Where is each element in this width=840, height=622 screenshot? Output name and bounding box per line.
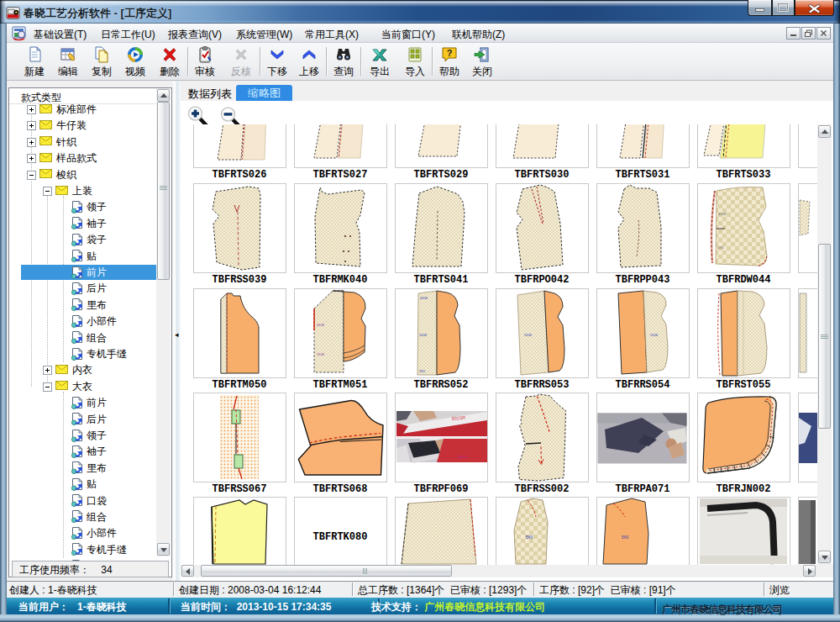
- svg-text:轻工人: 轻工人: [458, 455, 469, 459]
- svg-text:?: ?: [447, 48, 453, 58]
- svg-text:5X08: 5X08: [419, 334, 427, 337]
- svg-text:4X08: 4X08: [420, 297, 428, 300]
- svg-text:5X08: 5X08: [524, 334, 532, 337]
- svg-text:4X08: 4X08: [317, 324, 324, 327]
- svg-text:5X08: 5X08: [650, 334, 658, 337]
- svg-text:4X08: 4X08: [718, 212, 727, 216]
- svg-text:5X0: 5X0: [526, 535, 533, 540]
- svg-text:3X0: 3X0: [419, 370, 425, 373]
- svg-text:5X3: 5X3: [717, 245, 724, 250]
- svg-text:TBFRTK080: TBFRTK080: [312, 531, 367, 543]
- svg-text:5X0: 5X0: [622, 535, 629, 540]
- svg-text:5X08: 5X08: [317, 353, 324, 356]
